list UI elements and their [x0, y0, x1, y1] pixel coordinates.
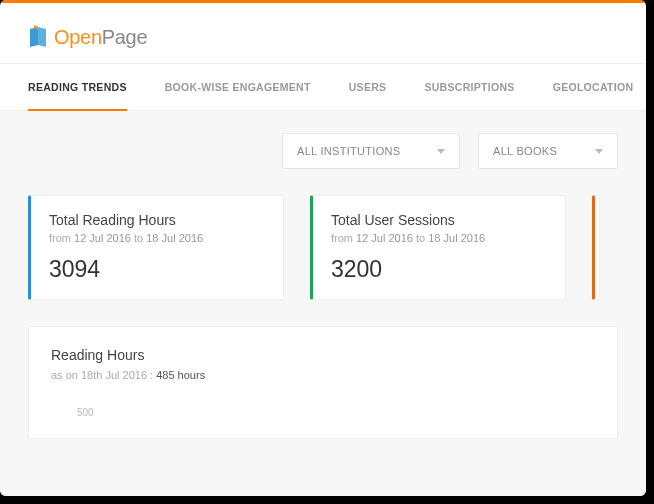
- openpage-logo-icon: [28, 25, 48, 49]
- tab-reading-trends[interactable]: READING TRENDS: [28, 65, 127, 111]
- chevron-down-icon: [595, 149, 603, 154]
- app-frame: OpenPage READING TRENDS BOOK-WISE ENGAGE…: [0, 0, 646, 496]
- books-select[interactable]: ALL BOOKS: [478, 133, 618, 169]
- card-date-range: from 12 Jul 2016 to 18 Jul 2016: [49, 232, 263, 244]
- content-area: ALL INSTITUTIONS ALL BOOKS Total Reading…: [0, 111, 646, 496]
- institutions-select-value: ALL INSTITUTIONS: [297, 145, 400, 157]
- tab-subscriptions[interactable]: SUBSCRIPTIONS: [424, 65, 514, 111]
- tab-geolocation[interactable]: GEOLOCATION: [553, 65, 634, 111]
- brand-part2: Page: [102, 26, 148, 48]
- tab-users[interactable]: USERS: [349, 65, 387, 111]
- card-date-range: from 12 Jul 2016 to 18 Jul 2016: [331, 232, 545, 244]
- card-title: Total User Sessions: [331, 212, 545, 228]
- tab-book-wise-engagement[interactable]: BOOK-WISE ENGAGEMENT: [165, 65, 311, 111]
- chevron-down-icon: [437, 149, 445, 154]
- brand-text: OpenPage: [54, 26, 147, 49]
- card-title: Total Reading Hours: [49, 212, 263, 228]
- summary-cards: Total Reading Hours from 12 Jul 2016 to …: [28, 195, 618, 300]
- chart-title: Reading Hours: [51, 347, 595, 363]
- card-total-reading-hours: Total Reading Hours from 12 Jul 2016 to …: [28, 195, 284, 300]
- filters-row: ALL INSTITUTIONS ALL BOOKS: [28, 133, 618, 169]
- books-select-value: ALL BOOKS: [493, 145, 557, 157]
- card-total-user-sessions: Total User Sessions from 12 Jul 2016 to …: [310, 195, 566, 300]
- header: OpenPage: [0, 3, 646, 63]
- chart-reading-hours: Reading Hours as on 18th Jul 2016 : 485 …: [28, 326, 618, 439]
- tabs-nav: READING TRENDS BOOK-WISE ENGAGEMENT USER…: [0, 63, 646, 111]
- card-partial: [592, 195, 600, 300]
- chart-subtitle: as on 18th Jul 2016 : 485 hours: [51, 369, 595, 381]
- card-value: 3094: [49, 256, 263, 283]
- institutions-select[interactable]: ALL INSTITUTIONS: [282, 133, 460, 169]
- card-value: 3200: [331, 256, 545, 283]
- brand-part1: Open: [54, 26, 102, 48]
- y-axis-tick: 500: [51, 407, 595, 418]
